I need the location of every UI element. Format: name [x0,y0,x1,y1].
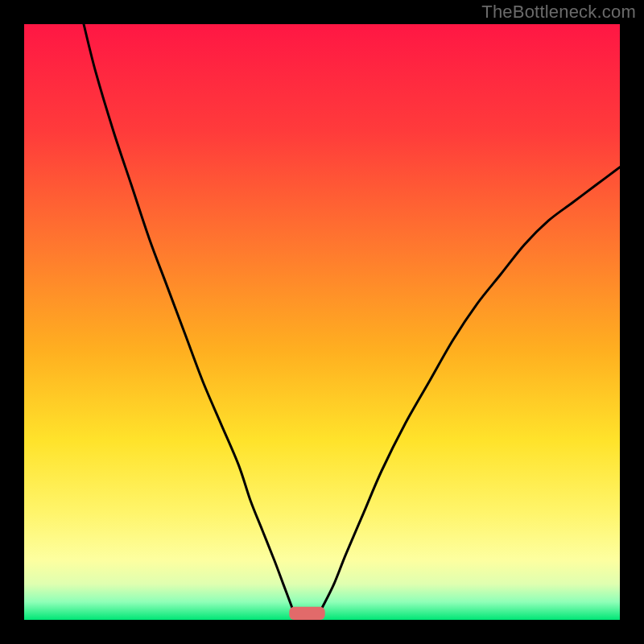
plot-area [24,24,620,620]
watermark-text: TheBottleneck.com [481,2,636,23]
chart-frame: TheBottleneck.com [0,0,644,644]
chart-svg [24,24,620,620]
bottleneck-marker [289,607,324,620]
gradient-background [24,24,620,620]
